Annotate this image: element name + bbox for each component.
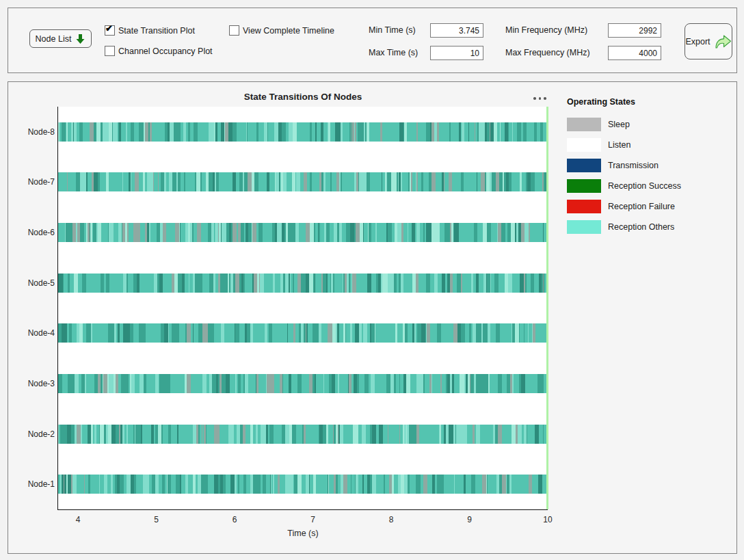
legend-item: Reception Others [567,220,734,234]
y-axis-node-label: Node-1 [12,479,55,490]
legend-swatch [567,200,601,213]
checkbox-label: View Complete Timeline [243,26,334,36]
legend-item: Reception Failure [567,200,734,213]
x-axis-label: Time (s) [58,529,548,538]
y-axis-node-label: Node-3 [12,378,55,389]
legend-item: Sleep [567,118,734,131]
max-time-label: Max Time (s) [369,46,418,60]
legend-swatch [567,220,601,234]
min-frequency-input[interactable] [608,23,661,38]
legend-label: Reception Others [608,222,674,232]
y-axis-node-label: Node-8 [12,126,55,137]
y-axis-node-label: Node-5 [12,278,55,289]
x-axis-tick-label: 10 [534,515,561,524]
legend-label: Reception Success [608,181,681,191]
min-time-label: Min Time (s) [369,23,416,38]
max-frequency-label: Max Frequency (MHz) [505,46,590,60]
legend-label: Reception Failure [608,202,675,211]
legend-swatch [567,179,601,193]
checkbox-label: Channel Occupancy Plot [118,46,213,56]
max-time-marker-line [546,107,548,509]
legend-swatch [567,159,601,172]
checkmark-icon: ✔ [105,23,113,34]
chart-title: State Transitions Of Nodes [58,92,548,102]
x-axis-tick-label: 7 [300,515,327,524]
chart-panel: State Transitions Of Nodes Time (s) Oper… [8,81,737,554]
legend-swatch [567,118,601,131]
checkbox-box[interactable]: ✔ [105,46,115,56]
chart-options-icon[interactable] [532,96,548,101]
legend-title: Operating States [567,97,734,107]
legend: Operating States SleepListenTransmission… [567,97,734,241]
checkbox-box[interactable]: ✔ [229,25,239,36]
max-time-input[interactable] [430,46,483,60]
export-label: Export [685,37,710,46]
toolbar-panel: Node List ✔ State Transition Plot ✔ Chan… [8,8,737,73]
x-axis-tick-label: 8 [377,515,405,524]
green-down-arrow-icon [75,34,85,44]
node-list-button[interactable]: Node List [29,29,92,48]
min-time-input[interactable] [430,23,483,38]
legend-label: Listen [608,140,630,150]
legend-label: Sleep [608,120,630,129]
node-list-label: Node List [36,34,72,44]
plot-area [57,107,548,510]
export-button[interactable]: Export [685,23,732,59]
state-transition-bars [58,107,548,509]
min-frequency-label: Min Frequency (MHz) [505,23,587,38]
x-axis-tick-label: 6 [221,515,248,524]
x-axis-tick-label: 4 [64,515,92,524]
x-axis-tick-label: 5 [143,515,170,524]
x-axis-tick-label: 9 [456,515,483,524]
legend-swatch [567,138,601,152]
legend-item: Transmission [567,159,734,172]
y-axis-node-label: Node-7 [12,176,55,187]
export-share-arrow-icon [714,34,732,49]
checkbox-view-complete-timeline[interactable]: ✔ View Complete Timeline [229,25,334,36]
max-frequency-input[interactable] [608,46,661,60]
checkbox-channel-occupancy-plot[interactable]: ✔ Channel Occupancy Plot [105,46,213,56]
checkbox-box[interactable]: ✔ [105,25,115,36]
checkbox-label: State Transition Plot [118,26,195,36]
legend-item: Listen [567,138,734,152]
legend-items: SleepListenTransmissionReception Success… [567,118,734,234]
y-axis-node-label: Node-4 [12,328,55,338]
y-axis-node-label: Node-6 [12,227,55,238]
checkbox-state-transition-plot[interactable]: ✔ State Transition Plot [105,25,195,36]
y-axis-node-label: Node-2 [12,429,55,440]
legend-label: Transmission [608,161,659,170]
legend-item: Reception Success [567,179,734,193]
